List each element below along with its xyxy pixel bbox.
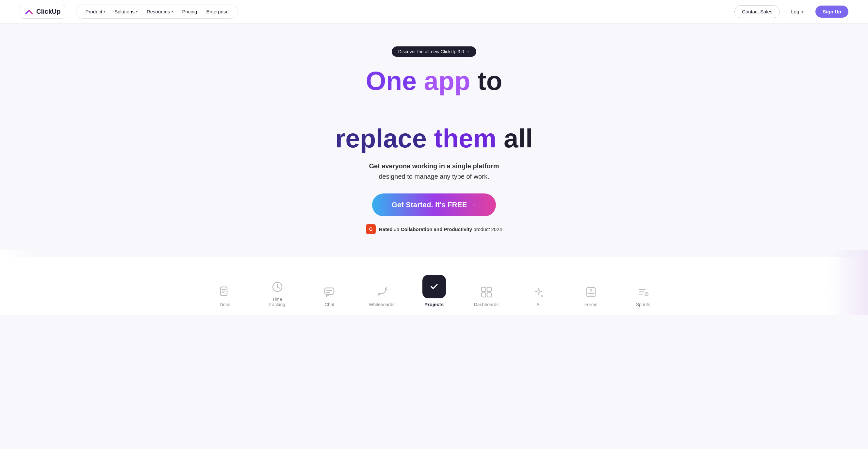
hero-title-app: app	[424, 66, 470, 95]
feature-sprints-label: Sprints	[636, 302, 650, 307]
feature-dashboards[interactable]: Dashboards	[460, 278, 513, 315]
features-row: Docs Time tracking	[0, 257, 868, 315]
doc-icon	[219, 286, 231, 299]
feature-time-tracking-label: Time tracking	[264, 297, 290, 307]
chevron-down-icon: ▾	[136, 10, 137, 13]
svg-point-17	[590, 289, 592, 291]
svg-rect-15	[487, 293, 491, 297]
clock-icon	[271, 280, 284, 294]
svg-line-25	[647, 294, 647, 295]
feature-projects-label: Projects	[424, 302, 444, 307]
logo-text: ClickUp	[36, 8, 60, 16]
svg-rect-14	[482, 293, 486, 297]
features-container: Docs Time tracking	[0, 250, 868, 315]
feature-sprints[interactable]: Sprints	[617, 278, 670, 315]
logo[interactable]: ClickUp	[20, 5, 65, 19]
feature-ai[interactable]: AI	[513, 278, 565, 315]
g2-normal-text: product 2024	[473, 227, 502, 232]
svg-rect-12	[482, 287, 486, 292]
hero-title-them: them	[434, 124, 504, 153]
feature-chat-label: Chat	[325, 302, 335, 307]
check-icon	[428, 280, 441, 293]
hero-badge[interactable]: Discover the all-new ClickUp 3.0 →	[392, 47, 476, 57]
svg-rect-13	[487, 287, 491, 292]
chevron-down-icon: ▾	[103, 10, 105, 13]
g2-text: Rated #1 Collaboration and Productivity …	[379, 227, 502, 232]
contact-sales-button[interactable]: Contact Sales	[734, 5, 780, 18]
hero-title-replace: replace	[335, 124, 434, 153]
dashboard-icon	[480, 286, 493, 299]
hero-title-to: to	[470, 66, 502, 95]
g2-bold-text: Rated #1 Collaboration and Productivity	[379, 227, 472, 232]
nav-solutions[interactable]: Solutions ▾	[111, 7, 142, 16]
feature-forms[interactable]: Forms	[565, 278, 617, 315]
sprints-icon	[637, 286, 650, 299]
feature-forms-label: Forms	[584, 302, 597, 307]
nav-right: Contact Sales Log in Sign Up	[734, 5, 848, 18]
g2-rating: G Rated #1 Collaboration and Productivit…	[366, 224, 502, 234]
feature-whiteboards[interactable]: Whiteboards	[356, 278, 408, 315]
whiteboard-icon	[375, 286, 389, 299]
login-button[interactable]: Log in	[784, 5, 811, 18]
nav-resources[interactable]: Resources ▾	[143, 7, 177, 16]
feature-docs-label: Docs	[220, 302, 230, 307]
nav-pricing[interactable]: Pricing	[178, 7, 201, 16]
g2-icon: G	[366, 224, 376, 234]
hero-title: One app to replace them all	[335, 67, 533, 153]
hero-subtitle-normal: designed to manage any type of work.	[379, 173, 489, 180]
hero-title-all: all	[504, 124, 533, 153]
hero-subtitle: Get everyone working in a single platfor…	[369, 161, 499, 182]
hero-section: Discover the all-new ClickUp 3.0 → One a…	[0, 24, 868, 250]
svg-line-6	[277, 287, 279, 288]
forms-icon	[584, 286, 597, 299]
hero-title-one: One	[366, 66, 424, 95]
feature-projects[interactable]: Projects	[408, 267, 460, 315]
feature-dashboards-label: Dashboards	[474, 302, 499, 307]
cta-button[interactable]: Get Started. It's FREE →	[372, 193, 496, 216]
svg-rect-11	[429, 281, 439, 292]
nav-enterprise[interactable]: Enterprise	[202, 7, 232, 16]
ai-icon	[532, 286, 545, 299]
svg-rect-7	[325, 288, 334, 294]
feature-whiteboards-label: Whiteboards	[369, 302, 395, 307]
feature-chat[interactable]: Chat	[304, 278, 356, 315]
nav-links: Product ▾ Solutions ▾ Resources ▾ Pricin…	[76, 5, 238, 19]
nav-product[interactable]: Product ▾	[81, 7, 109, 16]
feature-docs[interactable]: Docs	[199, 278, 251, 315]
navbar: ClickUp Product ▾ Solutions ▾ Resources …	[0, 0, 868, 24]
nav-left: ClickUp Product ▾ Solutions ▾ Resources …	[20, 5, 238, 19]
feature-time-tracking[interactable]: Time tracking	[251, 273, 304, 315]
chat-icon	[323, 286, 336, 299]
hero-subtitle-bold: Get everyone working in a single platfor…	[369, 162, 499, 170]
signup-button[interactable]: Sign Up	[815, 5, 848, 18]
chevron-down-icon: ▾	[172, 10, 173, 13]
projects-icon-wrap	[423, 275, 446, 298]
feature-ai-label: AI	[536, 302, 541, 307]
